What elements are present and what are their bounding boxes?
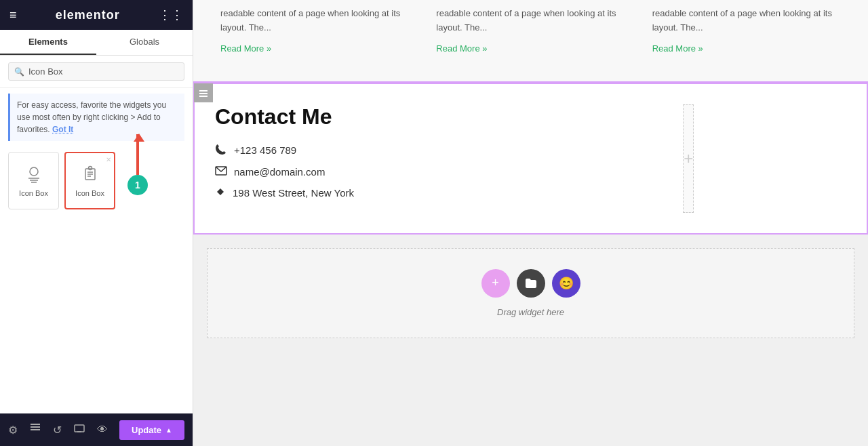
blog-card-3: readable content of a page when looking … bbox=[639, 0, 854, 68]
responsive-icon[interactable] bbox=[74, 423, 85, 437]
search-input-wrap: 🔍 bbox=[8, 62, 184, 81]
svg-point-8 bbox=[88, 166, 92, 169]
contact-right: + bbox=[531, 104, 847, 213]
contact-address-row: 198 West Street, New York bbox=[215, 186, 531, 200]
search-bar: 🔍 bbox=[0, 56, 193, 88]
annotation-step1: 1 bbox=[127, 134, 148, 195]
panel-tabs: Elements Globals bbox=[0, 30, 193, 56]
drag-area: + 😊 Drag widget here bbox=[207, 248, 854, 338]
history-icon[interactable]: ↺ bbox=[53, 424, 62, 437]
hamburger-icon[interactable]: ≡ bbox=[9, 8, 17, 22]
widget-label-2: Icon Box bbox=[75, 189, 104, 197]
contact-title: Contact Me bbox=[215, 104, 531, 129]
svg-point-0 bbox=[30, 167, 38, 176]
widget-label-1: Icon Box bbox=[19, 189, 48, 197]
toolbar-icons: ⚙ ↺ 👁 bbox=[8, 423, 108, 437]
tab-globals[interactable]: Globals bbox=[96, 30, 193, 55]
canvas: readable content of a page when looking … bbox=[193, 0, 868, 446]
icon-box-widget-icon-1 bbox=[24, 165, 44, 185]
svg-rect-14 bbox=[199, 90, 208, 92]
tab-elements[interactable]: Elements bbox=[0, 30, 96, 55]
info-box: For easy access, favorite the widgets yo… bbox=[8, 94, 184, 141]
blog-cards-section: readable content of a page when looking … bbox=[193, 0, 868, 83]
add-widget-icon: + bbox=[684, 149, 693, 168]
contact-grid: Contact Me +123 456 789 bbox=[215, 104, 846, 213]
search-input[interactable] bbox=[28, 66, 178, 77]
email-icon bbox=[215, 166, 227, 178]
contact-email-row: name@domain.com bbox=[215, 166, 531, 178]
info-text: For easy access, favorite the widgets yo… bbox=[17, 100, 166, 134]
contact-section: Contact Me +123 456 789 bbox=[193, 83, 868, 235]
svg-rect-16 bbox=[199, 96, 208, 97]
blog-cards-grid: readable content of a page when looking … bbox=[193, 0, 868, 68]
drag-label: Drag widget here bbox=[497, 307, 564, 317]
empty-column-placeholder[interactable]: + bbox=[683, 104, 694, 213]
icon-box-widget-icon-2 bbox=[80, 165, 100, 185]
emoji-button[interactable]: 😊 bbox=[552, 269, 580, 298]
svg-rect-9 bbox=[31, 426, 40, 428]
svg-rect-12 bbox=[75, 425, 84, 432]
svg-rect-15 bbox=[199, 93, 208, 94]
widget-icon-box-2[interactable]: ✕ Icon Box bbox=[64, 152, 115, 209]
read-more-link-3[interactable]: Read More » bbox=[652, 43, 703, 54]
settings-icon[interactable]: ⚙ bbox=[8, 424, 18, 437]
left-panel: ≡ elementor ⋮⋮ Elements Globals 🔍 For ea… bbox=[0, 0, 193, 446]
read-more-link-1[interactable]: Read More » bbox=[220, 43, 271, 54]
bottom-toolbar: ⚙ ↺ 👁 Update ▲ bbox=[0, 413, 193, 446]
phone-icon bbox=[215, 143, 227, 158]
layers-icon[interactable] bbox=[30, 423, 41, 437]
blog-card-text-2: readable content of a page when looking … bbox=[436, 7, 625, 35]
drag-buttons: + 😊 bbox=[481, 269, 580, 298]
contact-address: 198 West Street, New York bbox=[233, 187, 354, 199]
svg-marker-18 bbox=[217, 188, 224, 195]
search-icon: 🔍 bbox=[14, 67, 24, 77]
update-button[interactable]: Update ▲ bbox=[119, 420, 184, 440]
add-section-button[interactable]: + bbox=[481, 269, 510, 298]
chevron-up-icon: ▲ bbox=[165, 426, 172, 434]
elementor-logo: elementor bbox=[56, 8, 120, 22]
fav-icon: ✕ bbox=[106, 156, 111, 163]
folder-button[interactable] bbox=[517, 269, 545, 298]
step1-badge: 1 bbox=[127, 175, 148, 195]
eye-icon[interactable]: 👁 bbox=[97, 424, 108, 436]
widget-icon-box-1[interactable]: Icon Box bbox=[8, 152, 59, 209]
got-it-link[interactable]: Got It bbox=[52, 125, 73, 134]
blog-card-2: readable content of a page when looking … bbox=[422, 0, 638, 68]
read-more-link-2[interactable]: Read More » bbox=[436, 43, 487, 54]
contact-phone: +123 456 789 bbox=[234, 144, 296, 156]
contact-section-wrapper: Contact Me +123 456 789 bbox=[193, 83, 868, 235]
widgets-grid: Icon Box ✕ Icon Box bbox=[0, 146, 193, 215]
update-label: Update bbox=[132, 425, 161, 435]
contact-info: +123 456 789 name@domain.com bbox=[215, 143, 531, 200]
blog-card-1: readable content of a page when looking … bbox=[207, 0, 422, 68]
contact-email: name@domain.com bbox=[234, 166, 325, 178]
location-icon bbox=[215, 186, 226, 200]
contact-left: Contact Me +123 456 789 bbox=[215, 104, 531, 213]
svg-rect-10 bbox=[31, 429, 40, 430]
blog-card-text-1: readable content of a page when looking … bbox=[220, 7, 409, 35]
svg-rect-11 bbox=[31, 424, 40, 425]
blog-card-text-3: readable content of a page when looking … bbox=[652, 7, 841, 35]
panel-header: ≡ elementor ⋮⋮ bbox=[0, 0, 193, 30]
contact-phone-row: +123 456 789 bbox=[215, 143, 531, 158]
grid-icon[interactable]: ⋮⋮ bbox=[159, 7, 183, 22]
section-handle-icon[interactable] bbox=[194, 83, 213, 102]
